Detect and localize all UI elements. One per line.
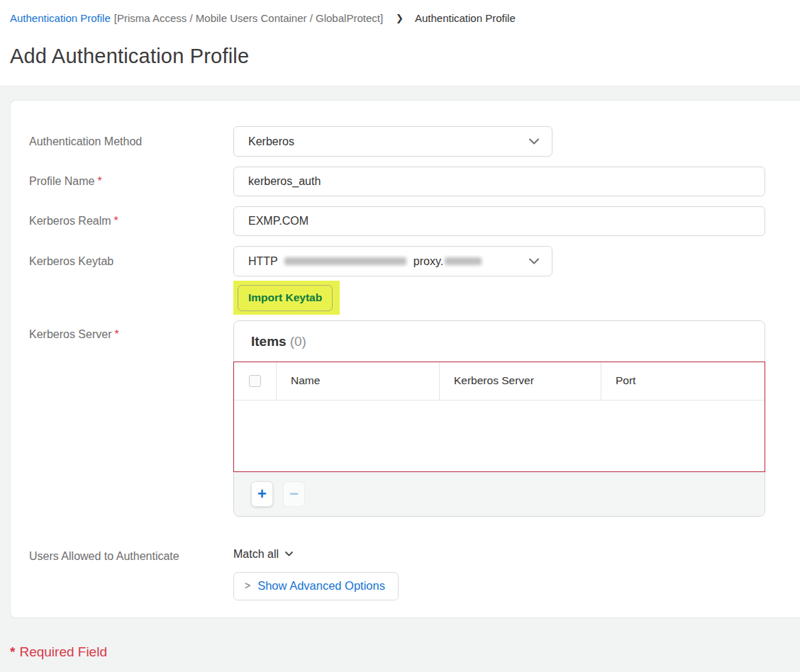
redacted-text bbox=[445, 257, 482, 265]
chevron-down-icon bbox=[529, 138, 539, 145]
authentication-method-label: Authentication Method bbox=[11, 135, 233, 149]
items-table-body bbox=[234, 401, 765, 471]
breadcrumb-link[interactable]: Authentication Profile bbox=[10, 12, 111, 24]
required-asterisk: * bbox=[114, 215, 118, 227]
required-asterisk: * bbox=[10, 644, 15, 659]
field-row-authentication-method: Authentication Method Kerberos bbox=[11, 126, 800, 157]
kerberos-server-label: Kerberos Server* bbox=[11, 320, 233, 342]
required-field-note: *Required Field bbox=[10, 644, 800, 660]
import-keytab-button[interactable]: Import Keytab bbox=[238, 285, 333, 311]
field-row-kerberos-realm: Kerberos Realm* bbox=[11, 206, 800, 236]
chevron-right-icon: > bbox=[245, 580, 250, 591]
items-title: Items bbox=[251, 334, 287, 349]
users-allowed-label: Users Allowed to Authenticate bbox=[11, 548, 233, 564]
field-row-profile-name: Profile Name* bbox=[11, 167, 800, 196]
authentication-method-dropdown[interactable]: Kerberos bbox=[233, 126, 552, 157]
kerberos-server-items-widget: Items(0) Name Kerberos Server Port + bbox=[233, 320, 765, 517]
yellow-highlight: Import Keytab bbox=[233, 281, 340, 315]
items-table-header: Name Kerberos Server Port bbox=[234, 362, 765, 401]
breadcrumb: Authentication Profile [Prisma Access / … bbox=[10, 12, 790, 24]
required-asterisk: * bbox=[115, 328, 119, 340]
field-row-kerberos-server: Kerberos Server* Items(0) Name Kerberos … bbox=[11, 320, 800, 517]
field-row-users-allowed: Users Allowed to Authenticate Match all … bbox=[11, 548, 800, 600]
chevron-right-icon: ❯ bbox=[396, 13, 404, 23]
show-advanced-options-label: Show Advanced Options bbox=[257, 579, 385, 593]
kerberos-keytab-dropdown[interactable]: HTTPproxy. bbox=[233, 246, 552, 276]
column-header-name[interactable]: Name bbox=[277, 362, 440, 400]
kerberos-keytab-label: Kerberos Keytab bbox=[11, 254, 233, 269]
page-title: Add Authentication Profile bbox=[10, 45, 790, 68]
items-count: (0) bbox=[290, 334, 306, 349]
column-header-port[interactable]: Port bbox=[601, 362, 765, 400]
items-footer: + − bbox=[234, 472, 765, 516]
page-header: Authentication Profile [Prisma Access / … bbox=[0, 0, 800, 86]
profile-name-label: Profile Name* bbox=[11, 174, 233, 189]
field-row-kerberos-keytab: Kerberos Keytab HTTPproxy. bbox=[11, 246, 800, 276]
breadcrumb-context: [Prisma Access / Mobile Users Container … bbox=[114, 12, 383, 24]
match-all-value: Match all bbox=[233, 548, 279, 561]
items-table: Name Kerberos Server Port bbox=[233, 362, 765, 472]
remove-item-button[interactable]: − bbox=[283, 481, 305, 507]
redacted-text bbox=[284, 257, 406, 265]
authentication-method-value: Kerberos bbox=[248, 135, 522, 148]
add-item-button[interactable]: + bbox=[251, 481, 273, 507]
form-card: Authentication Method Kerberos Profile N… bbox=[10, 100, 800, 618]
kerberos-realm-input[interactable] bbox=[233, 206, 765, 236]
kerberos-keytab-value: HTTPproxy. bbox=[248, 255, 522, 268]
required-asterisk: * bbox=[97, 175, 101, 187]
items-header: Items(0) bbox=[234, 321, 765, 362]
chevron-down-icon bbox=[285, 551, 293, 556]
match-all-dropdown[interactable]: Match all bbox=[233, 548, 293, 561]
show-advanced-options-button[interactable]: > Show Advanced Options bbox=[233, 572, 399, 600]
import-keytab-row: Import Keytab bbox=[11, 281, 800, 315]
kerberos-realm-label: Kerberos Realm* bbox=[11, 214, 233, 228]
breadcrumb-current: Authentication Profile bbox=[415, 12, 516, 24]
select-all-checkbox[interactable] bbox=[249, 375, 261, 387]
profile-name-input[interactable] bbox=[233, 167, 765, 196]
chevron-down-icon bbox=[529, 258, 539, 264]
column-header-kerberos-server[interactable]: Kerberos Server bbox=[440, 362, 601, 400]
